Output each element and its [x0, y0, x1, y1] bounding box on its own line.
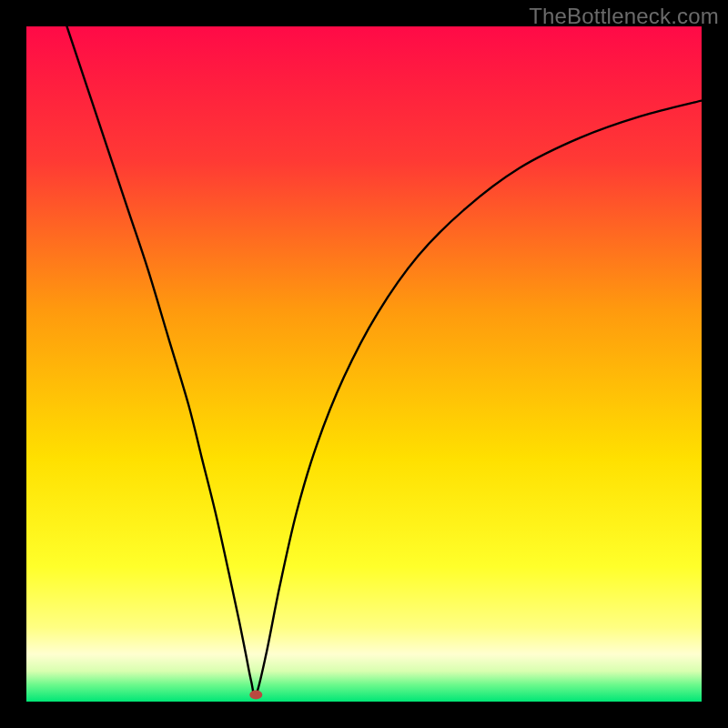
minimum-marker: [249, 691, 262, 700]
gradient-background: [26, 26, 702, 702]
chart-svg: [26, 26, 702, 702]
watermark-text: TheBottleneck.com: [529, 4, 719, 29]
chart-frame: TheBottleneck.com: [0, 0, 728, 728]
plot-area: [26, 26, 702, 702]
